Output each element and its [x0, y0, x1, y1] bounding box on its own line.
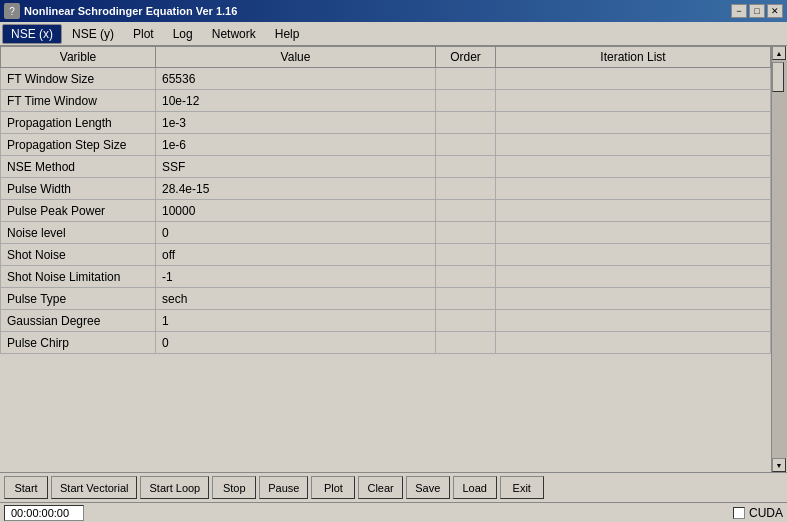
cell-value: 0	[156, 222, 436, 244]
cell-iteration	[496, 310, 771, 332]
cell-value: 10e-12	[156, 90, 436, 112]
start-vectorial-button[interactable]: Start Vectorial	[51, 476, 137, 499]
cell-variable: Shot Noise	[1, 244, 156, 266]
cell-iteration	[496, 266, 771, 288]
cell-variable: Pulse Chirp	[1, 332, 156, 354]
plot-button[interactable]: Plot	[311, 476, 355, 499]
cell-variable: FT Window Size	[1, 68, 156, 90]
menu-help[interactable]: Help	[266, 24, 309, 44]
table-row: FT Window Size65536	[1, 68, 771, 90]
cell-order	[436, 134, 496, 156]
cell-order	[436, 310, 496, 332]
menu-bar: NSE (x) NSE (y) Plot Log Network Help	[0, 22, 787, 46]
cell-variable: Gaussian Degree	[1, 310, 156, 332]
minimize-button[interactable]: −	[731, 4, 747, 18]
cell-iteration	[496, 288, 771, 310]
cell-order	[436, 112, 496, 134]
status-time: 00:00:00:00	[4, 505, 84, 521]
table-row: Pulse Chirp0	[1, 332, 771, 354]
table-row: Gaussian Degree1	[1, 310, 771, 332]
menu-nse-y[interactable]: NSE (y)	[63, 24, 123, 44]
cell-order	[436, 266, 496, 288]
close-button[interactable]: ✕	[767, 4, 783, 18]
cell-variable: Propagation Length	[1, 112, 156, 134]
cell-variable: Pulse Width	[1, 178, 156, 200]
cell-iteration	[496, 68, 771, 90]
cell-iteration	[496, 134, 771, 156]
cell-order	[436, 178, 496, 200]
menu-plot[interactable]: Plot	[124, 24, 163, 44]
cell-order	[436, 156, 496, 178]
scroll-track[interactable]	[772, 60, 787, 458]
cell-value: off	[156, 244, 436, 266]
button-bar: Start Start Vectorial Start Loop Stop Pa…	[0, 472, 787, 502]
cuda-checkbox[interactable]	[733, 507, 745, 519]
cell-iteration	[496, 178, 771, 200]
start-loop-button[interactable]: Start Loop	[140, 476, 209, 499]
cell-value: 1e-6	[156, 134, 436, 156]
table-row: Pulse Peak Power10000	[1, 200, 771, 222]
menu-nse-x[interactable]: NSE (x)	[2, 24, 62, 44]
app-icon: ?	[4, 3, 20, 19]
cell-variable: Noise level	[1, 222, 156, 244]
cell-variable: Propagation Step Size	[1, 134, 156, 156]
cuda-label: CUDA	[749, 506, 783, 520]
header-order: Order	[436, 47, 496, 68]
cell-iteration	[496, 200, 771, 222]
cell-iteration	[496, 112, 771, 134]
cell-order	[436, 332, 496, 354]
table-row: Pulse Typesech	[1, 288, 771, 310]
scroll-up-button[interactable]: ▲	[772, 46, 786, 60]
load-button[interactable]: Load	[453, 476, 497, 499]
cell-iteration	[496, 90, 771, 112]
cell-value: 65536	[156, 68, 436, 90]
start-button[interactable]: Start	[4, 476, 48, 499]
cell-value: 0	[156, 332, 436, 354]
cell-value: 10000	[156, 200, 436, 222]
cell-value: -1	[156, 266, 436, 288]
title-bar-left: ? Nonlinear Schrodinger Equation Ver 1.1…	[4, 3, 237, 19]
cell-iteration	[496, 156, 771, 178]
scroll-down-button[interactable]: ▼	[772, 458, 786, 472]
cell-variable: Pulse Type	[1, 288, 156, 310]
scrollbar[interactable]: ▲ ▼	[771, 46, 787, 472]
clear-button[interactable]: Clear	[358, 476, 402, 499]
cell-variable: Pulse Peak Power	[1, 200, 156, 222]
menu-network[interactable]: Network	[203, 24, 265, 44]
table-row: Shot Noiseoff	[1, 244, 771, 266]
save-button[interactable]: Save	[406, 476, 450, 499]
cell-variable: NSE Method	[1, 156, 156, 178]
window-title: Nonlinear Schrodinger Equation Ver 1.16	[24, 5, 237, 17]
main-table: Varible Value Order Iteration List FT Wi…	[0, 46, 771, 354]
cell-order	[436, 222, 496, 244]
title-bar: ? Nonlinear Schrodinger Equation Ver 1.1…	[0, 0, 787, 22]
table-area: Varible Value Order Iteration List FT Wi…	[0, 46, 787, 472]
table-wrapper[interactable]: Varible Value Order Iteration List FT Wi…	[0, 46, 771, 472]
exit-button[interactable]: Exit	[500, 476, 544, 499]
cell-order	[436, 244, 496, 266]
table-row: NSE MethodSSF	[1, 156, 771, 178]
maximize-button[interactable]: □	[749, 4, 765, 18]
cell-iteration	[496, 332, 771, 354]
status-bar: 00:00:00:00 CUDA	[0, 502, 787, 522]
scroll-thumb[interactable]	[772, 62, 784, 92]
cell-order	[436, 200, 496, 222]
cell-order	[436, 68, 496, 90]
table-row: Noise level0	[1, 222, 771, 244]
pause-button[interactable]: Pause	[259, 476, 308, 499]
cell-value: SSF	[156, 156, 436, 178]
table-row: Propagation Step Size1e-6	[1, 134, 771, 156]
stop-button[interactable]: Stop	[212, 476, 256, 499]
header-iteration: Iteration List	[496, 47, 771, 68]
cell-variable: FT Time Window	[1, 90, 156, 112]
table-row: Shot Noise Limitation-1	[1, 266, 771, 288]
table-row: Propagation Length1e-3	[1, 112, 771, 134]
menu-log[interactable]: Log	[164, 24, 202, 44]
title-bar-controls: − □ ✕	[731, 4, 783, 18]
table-row: Pulse Width28.4e-15	[1, 178, 771, 200]
cell-iteration	[496, 222, 771, 244]
table-row: FT Time Window10e-12	[1, 90, 771, 112]
cell-order	[436, 288, 496, 310]
header-value: Value	[156, 47, 436, 68]
cuda-area: CUDA	[733, 506, 783, 520]
